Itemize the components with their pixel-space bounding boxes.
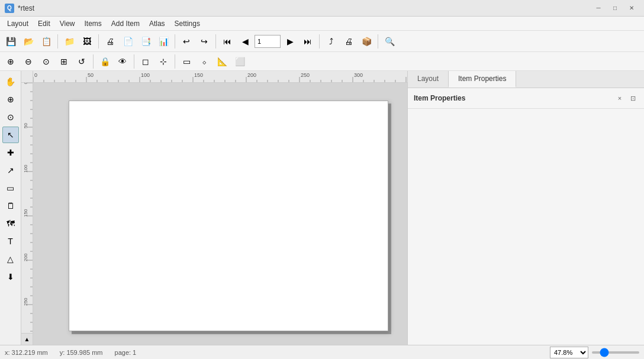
status-right: 25%50%75%100%47.8%	[550, 347, 639, 358]
status-left: x: 312.219 mm y: 159.985 mm page: 1	[5, 349, 136, 356]
menu-item-view[interactable]: View	[55, 17, 80, 30]
status-bar: x: 312.219 mm y: 159.985 mm page: 1 25%5…	[0, 345, 644, 359]
refresh-btn[interactable]: ↺	[73, 53, 90, 70]
select-tool-btn[interactable]: ↖	[2, 127, 19, 143]
restore-button[interactable]: □	[607, 2, 623, 14]
toolbar-separator	[175, 34, 175, 48]
page-number-input[interactable]	[255, 35, 281, 48]
page-canvas[interactable]	[69, 101, 388, 331]
nav-last-btn[interactable]: ⏭	[300, 33, 316, 50]
nav-prev-btn[interactable]: ◀	[237, 33, 253, 50]
insert-shape-btn[interactable]: ⬜	[231, 53, 248, 70]
right-panel: LayoutItem Properties Item Properties × …	[407, 71, 644, 345]
nav-first-btn[interactable]: ⏮	[219, 33, 236, 50]
ruler-horizontal	[33, 71, 407, 83]
panel-header-icons: × ⊡	[614, 93, 638, 104]
menu-bar: LayoutEditViewItemsAdd ItemAtlasSettings	[0, 17, 644, 31]
select-tool-btn[interactable]: ⊹	[155, 53, 172, 70]
nav-goto-btn[interactable]: ⤴	[323, 33, 339, 50]
secondary-toolbar: ⊕⊖⊙⊞↺🔒👁◻⊹▭⬦📐⬜	[0, 52, 644, 71]
zoom-fit-btn[interactable]: ⊞	[56, 53, 72, 70]
redo-btn[interactable]: ↪	[196, 33, 212, 50]
open-btn[interactable]: 📂	[20, 33, 37, 50]
lock-btn[interactable]: 🔒	[96, 53, 113, 70]
title-bar: Q *rtest ─ □ ✕	[0, 0, 644, 17]
zoom-slider[interactable]	[592, 351, 639, 354]
menu-item-edit[interactable]: Edit	[33, 17, 55, 30]
panel-tabs: LayoutItem Properties	[408, 71, 644, 88]
tab-layout[interactable]: Layout	[408, 71, 449, 88]
tab-item-properties[interactable]: Item Properties	[449, 71, 516, 88]
add-arrow-btn[interactable]: ⬇	[2, 269, 19, 285]
minimize-button[interactable]: ─	[591, 2, 606, 14]
open-folder-btn[interactable]: 📁	[61, 33, 78, 50]
menu-item-items[interactable]: Items	[80, 17, 107, 30]
panel-body	[408, 109, 644, 345]
ruler-vertical	[21, 83, 33, 345]
close-button[interactable]: ✕	[624, 2, 639, 14]
left-tools-panel: ✋⊕⊙↖✚↗▭🗒🗺T△⬇	[0, 71, 21, 345]
x-coordinate: x: 312.219 mm	[5, 349, 48, 356]
app-icon: Q	[5, 4, 14, 13]
export-image-btn[interactable]: 🖼	[79, 33, 95, 50]
menu-item-layout[interactable]: Layout	[2, 17, 33, 30]
add-map-btn[interactable]: ▭	[2, 180, 19, 196]
close-panel-button[interactable]: ×	[614, 93, 625, 104]
main-canvas[interactable]	[33, 83, 407, 345]
zoom-select[interactable]: 25%50%75%100%47.8%	[550, 347, 588, 358]
nav-next-btn[interactable]: ▶	[282, 33, 298, 50]
add-atlas-btn[interactable]: 🗺	[2, 215, 19, 232]
menu-item-atlas[interactable]: Atlas	[144, 17, 170, 30]
zoom-tool-btn[interactable]: ⊕	[2, 91, 19, 108]
secondary-toolbar-separator	[175, 54, 175, 69]
save-as-btn[interactable]: 📋	[38, 33, 54, 50]
window-title: *rtest	[18, 4, 34, 12]
zoom-in-btn[interactable]: ⊕	[2, 53, 19, 70]
export-pdf-btn[interactable]: 📑	[137, 33, 154, 50]
content-area: ✋⊕⊙↖✚↗▭🗒🗺T△⬇ ▲ LayoutItem Properties Ite…	[0, 71, 644, 345]
panel-title: Item Properties	[414, 94, 465, 102]
zoom-view-btn[interactable]: 🔍	[381, 33, 398, 50]
node-tool-btn[interactable]: ↗	[2, 162, 19, 179]
toolbar-separator	[319, 34, 320, 48]
menu-item-add-item[interactable]: Add Item	[107, 17, 144, 30]
dock-panel-button[interactable]: ⊡	[627, 93, 638, 104]
window-controls: ─ □ ✕	[591, 2, 639, 14]
undo-btn[interactable]: ↩	[178, 33, 195, 50]
save-btn[interactable]: 💾	[2, 33, 19, 50]
add-marker-btn[interactable]: △	[2, 251, 19, 267]
toolbar-separator	[215, 34, 216, 48]
align-btn[interactable]: ▭	[178, 53, 195, 70]
secondary-toolbar-separator	[93, 54, 94, 69]
toolbar-separator	[98, 34, 99, 48]
expand-arrow[interactable]: ▲	[21, 333, 33, 345]
move-tool-btn[interactable]: ✚	[2, 144, 19, 161]
select-region-btn[interactable]: ◻	[137, 53, 154, 70]
menu-item-settings[interactable]: Settings	[170, 17, 205, 30]
print2-btn[interactable]: 🖨	[340, 33, 357, 50]
panel-content-header: Item Properties × ⊡	[408, 88, 644, 109]
print-btn[interactable]: 🖨	[102, 33, 118, 50]
title-bar-left: Q *rtest	[5, 4, 34, 13]
add-table-btn[interactable]: 🗒	[2, 198, 19, 214]
item-group-btn[interactable]: 📐	[214, 53, 230, 70]
add-text-btn[interactable]: T	[2, 233, 19, 250]
pan-tool-btn[interactable]: ✋	[2, 73, 19, 90]
page-number: page: 1	[115, 349, 137, 356]
ruler-corner	[21, 71, 33, 83]
identify-tool-btn[interactable]: ⊙	[2, 109, 19, 125]
canvas-container: ▲	[21, 71, 407, 345]
toolbar-separator	[57, 34, 58, 48]
page-setup-btn[interactable]: 📄	[120, 33, 136, 50]
ruler-left-canvas	[21, 83, 33, 345]
ruler-top-canvas	[33, 71, 407, 83]
preview-btn[interactable]: 👁	[114, 53, 131, 70]
zoom-actual-btn[interactable]: ⊙	[38, 53, 54, 70]
secondary-toolbar-separator	[134, 54, 134, 69]
toolbar-separator	[378, 34, 378, 48]
distribute-btn[interactable]: ⬦	[196, 53, 212, 70]
export-all-btn[interactable]: 📦	[358, 33, 375, 50]
y-coordinate: y: 159.985 mm	[60, 349, 103, 356]
zoom-out-btn[interactable]: ⊖	[20, 53, 37, 70]
export-svg-btn[interactable]: 📊	[155, 33, 172, 50]
